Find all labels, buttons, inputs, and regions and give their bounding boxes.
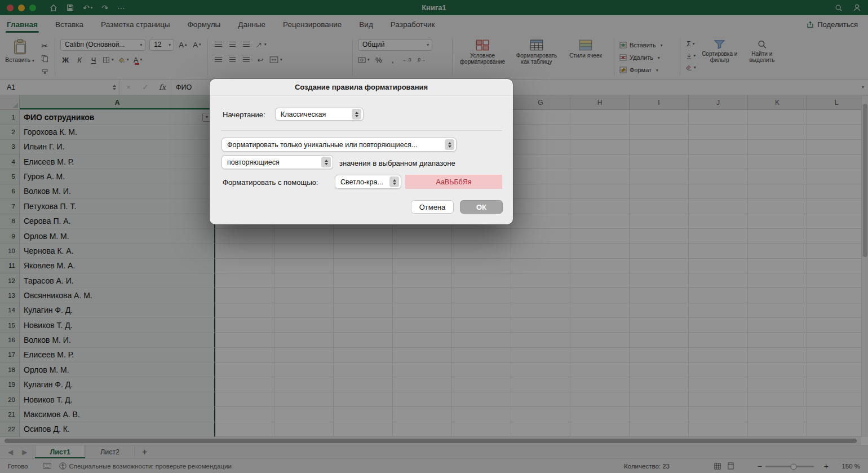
stepper-icon xyxy=(389,176,399,187)
scope-select[interactable]: повторяющиеся xyxy=(222,155,333,169)
cancel-button[interactable]: Отмена xyxy=(411,200,454,214)
excel-window: ↶▾ ↷ ⋯ Книга1 Главная Вставка Разметка с… xyxy=(0,0,868,473)
rule-type-select[interactable]: Форматировать только уникальные или повт… xyxy=(222,138,457,152)
style-select-value: Классическая xyxy=(281,110,348,118)
format-style-value: Светло-кра... xyxy=(340,178,386,186)
rule-type-value: Форматировать только уникальные или повт… xyxy=(227,141,441,149)
stepper-icon xyxy=(321,157,331,167)
stepper-icon xyxy=(445,139,454,150)
modal-overlay xyxy=(0,0,868,473)
format-with-label: Форматировать с помощью: xyxy=(223,178,318,187)
dialog-title: Создание правила форматирования xyxy=(210,79,513,96)
stepper-icon xyxy=(352,109,361,120)
style-label: Начертание: xyxy=(223,110,265,119)
scope-select-value: повторяющиеся xyxy=(227,158,318,166)
format-style-select[interactable]: Светло-кра... xyxy=(335,175,401,189)
divider xyxy=(221,130,502,131)
format-preview-swatch: АаВЬБбЯя xyxy=(405,175,502,189)
scope-suffix-label: значения в выбранном диапазоне xyxy=(339,159,455,167)
style-select[interactable]: Классическая xyxy=(275,108,364,121)
ok-button[interactable]: ОК xyxy=(460,200,503,214)
new-formatting-rule-dialog: Создание правила форматирования Начертан… xyxy=(210,79,513,224)
